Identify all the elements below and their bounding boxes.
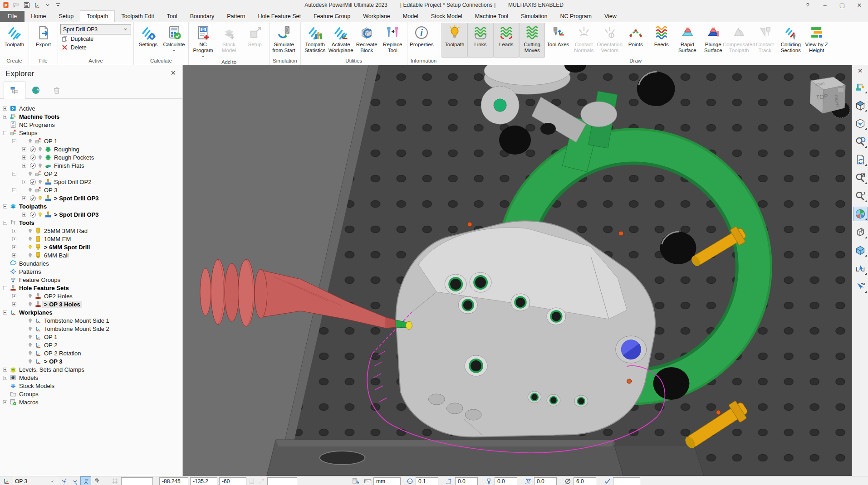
expander-plus-icon[interactable]: [11, 237, 18, 242]
box-select-button[interactable]: [853, 262, 867, 275]
ribbon-button-recreate-block[interactable]: Recreate Block: [354, 23, 380, 58]
expander-minus-icon[interactable]: [2, 286, 9, 291]
tab-machine-tool[interactable]: Machine Tool: [469, 11, 515, 22]
tree-item-patterns[interactable]: Patterns: [0, 267, 182, 276]
ribbon-button-links[interactable]: Links: [467, 23, 493, 58]
ribbon-button-properties[interactable]: iProperties: [409, 23, 435, 58]
ribbon-button-leads[interactable]: Leads: [493, 23, 519, 58]
visibility-bulb-icon[interactable]: [27, 171, 34, 177]
web-browser-tab[interactable]: [25, 82, 46, 98]
tab-stock-model[interactable]: Stock Model: [425, 11, 469, 22]
tab-model[interactable]: Model: [397, 11, 425, 22]
explorer-close-icon[interactable]: ✕: [170, 69, 176, 77]
tree-item-op-2-rotation[interactable]: OP 2 Rotation: [0, 349, 182, 357]
active-workplane-select[interactable]: OP 3: [13, 477, 57, 485]
tree-item-op-1[interactable]: OP 1: [0, 333, 182, 341]
ribbon-button-delete[interactable]: Delete: [60, 43, 131, 52]
tree-item-op2-holes[interactable]: OP2 Holes: [0, 292, 182, 300]
zoom-to-fit-button[interactable]: [853, 171, 867, 184]
visibility-bulb-icon[interactable]: [27, 228, 34, 234]
stepover-field[interactable]: 0.0: [495, 477, 517, 485]
visibility-bulb-icon[interactable]: [27, 244, 34, 250]
ribbon-button-tool-axes[interactable]: Tool Axes: [545, 23, 571, 58]
grid-size-field[interactable]: [121, 477, 153, 485]
expander-plus-icon[interactable]: [11, 245, 18, 250]
expander-plus-icon[interactable]: [11, 253, 18, 258]
zoom-refresh-button[interactable]: [853, 135, 867, 148]
visibility-bulb-icon[interactable]: [27, 301, 34, 307]
ribbon-button-cutting-moves[interactable]: Cutting Moves: [519, 23, 545, 58]
expander-plus-icon[interactable]: [2, 106, 9, 111]
expander-minus-icon[interactable]: [2, 220, 9, 225]
expander-plus-icon[interactable]: [11, 228, 18, 233]
thickness-field[interactable]: 0.0: [455, 477, 478, 485]
tree-item-roughing[interactable]: Roughing: [0, 145, 182, 153]
visibility-bulb-icon[interactable]: [37, 163, 44, 169]
tree-item-tools[interactable]: Tools: [0, 218, 182, 227]
view-along-y-button[interactable]: y: [70, 477, 80, 485]
close-button[interactable]: ✕: [851, 0, 868, 10]
zoom-window-button[interactable]: [853, 189, 867, 203]
tree-item-spot-drill-op3[interactable]: > Spot Drill OP3: [0, 210, 182, 218]
grid-snap-button[interactable]: [110, 477, 120, 485]
tree-item-op-2[interactable]: OP 2: [0, 170, 182, 178]
view-along-z-button[interactable]: z: [81, 477, 91, 485]
expander-plus-icon[interactable]: [21, 212, 28, 217]
tolerance-field[interactable]: 0.1: [416, 477, 438, 485]
ribbon-button-toolpath[interactable]: Toolpath: [441, 23, 467, 58]
visibility-bulb-icon[interactable]: [27, 342, 34, 348]
tree-item-6mm-spot-drill[interactable]: > 6MM Spot Drill: [0, 243, 182, 251]
ribbon-button-settings[interactable]: Settings: [135, 23, 161, 58]
expander-plus-icon[interactable]: [11, 302, 18, 307]
view-along-x-button[interactable]: x: [59, 477, 69, 485]
tab-setup[interactable]: Setup: [53, 11, 80, 22]
z-coordinate-field[interactable]: -60: [219, 477, 246, 485]
tree-item-stock-models[interactable]: Stock Models: [0, 382, 182, 390]
expander-minus-icon[interactable]: [11, 171, 18, 176]
shaded-view-button[interactable]: [853, 207, 867, 221]
ribbon-button-toolpath[interactable]: Toolpath: [1, 23, 27, 58]
tree-item-op-1[interactable]: OP 1: [0, 137, 182, 145]
tab-workplane[interactable]: Workplane: [357, 11, 397, 22]
tab-feature-group[interactable]: Feature Group: [307, 11, 357, 22]
tree-item-hole-feature-sets[interactable]: Hole Feature Sets: [0, 284, 182, 292]
stepdown-field[interactable]: 0.0: [534, 477, 557, 485]
visibility-bulb-icon[interactable]: [37, 179, 44, 185]
tree-item-machine-tools[interactable]: Machine Tools: [0, 112, 182, 121]
tree-item-25mm-3mm-rad[interactable]: 25MM 3MM Rad: [0, 227, 182, 235]
visibility-bulb-icon[interactable]: [37, 212, 44, 218]
spare-field[interactable]: [613, 477, 640, 485]
tree-item-toolpaths[interactable]: Toolpaths: [0, 202, 182, 210]
ribbon-button-nc-program[interactable]: GNC Program: [190, 23, 216, 59]
tree-item-groups[interactable]: Groups: [0, 390, 182, 398]
expander-plus-icon[interactable]: [21, 155, 28, 160]
explorer-tree-tab[interactable]: [4, 82, 25, 99]
wireframe-view-button[interactable]: [853, 225, 867, 239]
ribbon-button-points[interactable]: Points: [623, 23, 648, 58]
powermill-logo[interactable]: P: [2, 1, 10, 9]
expander-minus-icon[interactable]: [2, 131, 9, 136]
tree-item-op-3[interactable]: OP 3: [0, 186, 182, 194]
stock-block-button[interactable]: [853, 116, 867, 130]
expander-plus-icon[interactable]: [2, 114, 9, 119]
tree-item-nc-programs[interactable]: GNC Programs: [0, 121, 182, 129]
ribbon-button-duplicate[interactable]: Duplicate: [60, 34, 131, 43]
snap-field[interactable]: [267, 477, 297, 485]
block-button[interactable]: [853, 98, 867, 112]
machine-tool-view-button[interactable]: [853, 80, 867, 94]
visibility-bulb-icon[interactable]: [27, 236, 34, 242]
visibility-bulb-icon[interactable]: [27, 334, 34, 340]
tree-item-10mm-em[interactable]: 10MM EM: [0, 235, 182, 243]
visibility-bulb-icon[interactable]: [37, 195, 44, 201]
tree-item-levels-sets-and-clamps[interactable]: Levels, Sets and Clamps: [0, 365, 182, 373]
save-project-button[interactable]: [23, 1, 30, 9]
ribbon-button-rapid-surface[interactable]: Rapid Surface: [674, 23, 700, 58]
viewport-panel-close-icon[interactable]: ✕: [852, 66, 868, 76]
visibility-bulb-icon[interactable]: [27, 326, 34, 332]
visibility-bulb-icon[interactable]: [37, 146, 44, 152]
ribbon-button-activate-workplane[interactable]: Activate Workplane: [328, 23, 354, 58]
expander-plus-icon[interactable]: [2, 375, 9, 380]
expander-plus-icon[interactable]: [2, 400, 9, 405]
tab-view[interactable]: View: [598, 11, 623, 22]
tab-home[interactable]: Home: [25, 11, 52, 22]
